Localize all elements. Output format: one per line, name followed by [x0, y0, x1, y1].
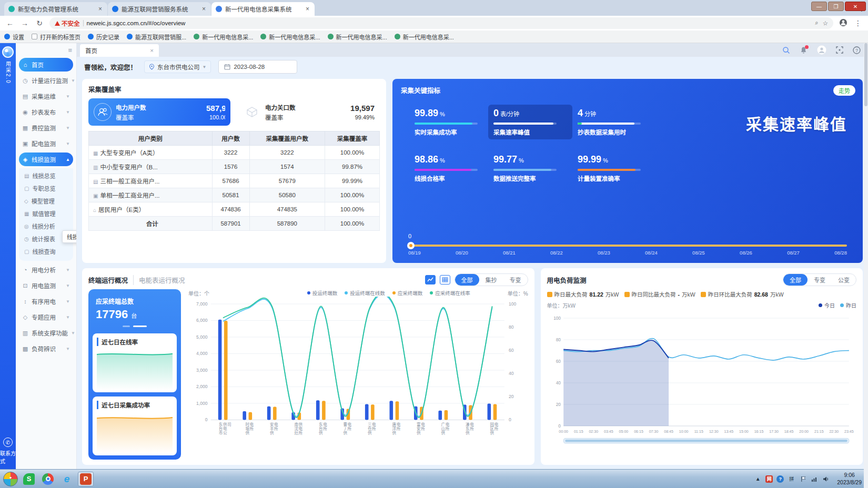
chart-view-button[interactable] — [425, 275, 436, 284]
table-view-button[interactable] — [440, 275, 450, 284]
carousel-dots[interactable] — [96, 326, 174, 327]
sidebar-item-4[interactable]: ◉抄表发布▼ — [19, 105, 73, 119]
browser-profile-icon[interactable] — [839, 18, 848, 28]
load-legend-item-2[interactable]: 昨日 — [840, 301, 856, 309]
browser-menu-icon[interactable]: ⋮ — [853, 19, 863, 27]
bookmark-star-icon[interactable]: ☆ — [823, 19, 828, 27]
bookmark-item-1[interactable]: 设置 — [4, 33, 24, 41]
sidebar-item-label: 专题应用 — [32, 313, 56, 321]
tab-close-icon[interactable]: × — [201, 5, 207, 13]
reload-icon[interactable]: ↻ — [35, 19, 44, 27]
bookmark-item-6[interactable]: 新一代用电信息采... — [260, 33, 320, 41]
svg-text:4,000: 4,000 — [196, 351, 208, 357]
load-filter-1[interactable]: 全部 — [783, 274, 808, 286]
timeline-date-label: 08/28 — [834, 250, 847, 256]
sidebar-item-2[interactable]: ◷计量运行监测▼ — [19, 74, 73, 87]
sidebar-item-11[interactable]: ◇专题应用▼ — [19, 310, 73, 324]
system-icon: ▥ — [22, 330, 28, 337]
browser-tab-1[interactable]: 新型电力负荷管理系统× — [4, 2, 107, 16]
sidebar-collapse-icon[interactable]: ≡ — [68, 46, 72, 54]
sidebar-item-3[interactable]: ▤采集运维▼ — [19, 89, 73, 103]
security-warning-badge[interactable]: 不安全 — [55, 19, 80, 27]
date-picker[interactable]: 2023-08-28 — [218, 60, 297, 74]
terminal-legend-item-1[interactable]: 投运终端数 — [307, 289, 338, 297]
submenu-item-2[interactable]: ▢专职总览 — [19, 182, 73, 195]
submenu-item-4[interactable]: ▦赋值管理 — [19, 207, 73, 220]
network-icon[interactable] — [811, 475, 819, 483]
search-icon[interactable] — [782, 46, 790, 56]
hidden-icons-arrow[interactable]: ▲ — [754, 475, 762, 483]
taskbar-chrome-icon[interactable] — [40, 472, 56, 486]
taskbar-ie-icon[interactable]: e — [59, 472, 75, 486]
fullscreen-icon[interactable] — [836, 46, 843, 56]
tab-meter-overview[interactable]: 电能表运行概况 — [139, 275, 190, 285]
bookmark-item-4[interactable]: 能源互联网营销服... — [127, 33, 186, 41]
tray-help-icon[interactable]: ? — [776, 475, 784, 483]
submenu-item-3[interactable]: ◇模型管理 — [19, 195, 73, 207]
address-input[interactable]: 不安全 neweic.js.sgcc.com.cn/#/oc/overview … — [49, 17, 833, 29]
sidebar-item-12[interactable]: ▥系统支撑功能▼ — [19, 326, 73, 340]
sidebar-item-5[interactable]: ▦费控监测▼ — [19, 121, 73, 135]
taskbar-clock[interactable]: 9:06 2023/8/29 — [834, 472, 865, 486]
zoom-icon[interactable]: ⌕ — [815, 19, 818, 27]
terminal-legend-item-2[interactable]: 投运终端在线数 — [345, 289, 385, 297]
coverage-card-rate-label: 覆盖率 — [265, 113, 346, 121]
sidebar-item-1[interactable]: ⌂首页 — [19, 58, 73, 72]
window-close-button[interactable]: ✕ — [845, 2, 866, 11]
submenu-item-1[interactable]: ▤线损总览 — [19, 169, 73, 182]
bookmark-item-8[interactable]: 新一代用电信息采... — [395, 33, 454, 41]
load-legend-item-1[interactable]: 今日 — [819, 301, 835, 309]
back-icon[interactable]: ← — [5, 19, 15, 27]
timeline-marker[interactable] — [407, 242, 415, 249]
orderly-icon: ↕ — [22, 298, 28, 304]
svg-text:0: 0 — [205, 418, 208, 423]
bookmark-item-3[interactable]: 历史记录 — [88, 33, 119, 41]
tab-close-icon[interactable]: × — [305, 5, 310, 13]
terminal-filter-1[interactable]: 全部 — [455, 274, 479, 286]
flag-icon[interactable] — [799, 475, 807, 483]
stat-icon — [547, 292, 552, 297]
browser-tab-2[interactable]: 能源互联网营销服务系统× — [108, 2, 211, 16]
terminal-filter-2[interactable]: 集抄 — [479, 274, 503, 286]
tray-app-icon-red[interactable]: 网 — [765, 475, 773, 483]
ime-icon[interactable]: 拼 — [788, 475, 795, 483]
tab-close-icon[interactable]: × — [97, 5, 103, 13]
volume-icon[interactable] — [822, 475, 830, 483]
window-maximize-button[interactable]: ❐ — [828, 2, 844, 11]
taskbar-powerpoint-icon[interactable]: P — [78, 472, 94, 486]
load-filter-2[interactable]: 专变 — [808, 274, 832, 286]
sidebar-item-10[interactable]: ↕有序用电▼ — [19, 294, 73, 308]
notification-bell-icon[interactable] — [800, 46, 808, 56]
sidebar-item-7[interactable]: ◈线损监测▲ — [19, 152, 73, 166]
org-selector[interactable]: 东台市供电公司 ▼ — [144, 60, 211, 73]
user-avatar[interactable] — [817, 45, 826, 57]
page-tab-close-icon[interactable]: × — [150, 47, 154, 54]
start-button[interactable] — [3, 472, 18, 486]
sidebar-item-8[interactable]: ◔用电分析▼ — [19, 263, 73, 277]
terminal-legend-item-3[interactable]: 应采终端数 — [392, 289, 423, 297]
taskbar-wps-icon[interactable]: S — [21, 472, 37, 486]
browser-scrollbar[interactable] — [864, 43, 868, 488]
tab-terminal-overview[interactable]: 终端运行概况 — [88, 275, 134, 285]
bookmark-item-5[interactable]: 新一代用电信息采... — [194, 33, 253, 41]
bookmarks-bar: 设置打开新的标签页历史记录能源互联网营销服...新一代用电信息采...新一代用电… — [0, 30, 868, 43]
terminal-filter-3[interactable]: 专变 — [503, 274, 528, 286]
submenu-item-7[interactable]: ▢线损查询 — [19, 245, 73, 258]
help-icon[interactable]: ? — [853, 46, 861, 56]
svg-text:13:45: 13:45 — [724, 430, 733, 434]
indicators-timeline[interactable]: 0 08/1908/2008/2108/2208/2308/2408/2508/… — [408, 245, 847, 256]
load-filter-3[interactable]: 公变 — [832, 274, 856, 286]
contact-widget[interactable]: ✆ 联系方式 — [0, 438, 16, 465]
sidebar-item-13[interactable]: ▩负荷辨识▼ — [19, 342, 73, 355]
sidebar-item-6[interactable]: ▣配电监测▼ — [19, 137, 73, 150]
window-minimize-button[interactable]: — — [811, 2, 827, 11]
svg-text:东台市: 东台市 — [219, 422, 223, 435]
bookmark-item-7[interactable]: 新一代用电信息采... — [328, 33, 387, 41]
bookmark-item-2[interactable]: 打开新的标签页 — [32, 33, 80, 41]
forward-icon[interactable]: → — [20, 19, 29, 27]
trend-button[interactable]: 走势 — [833, 85, 855, 96]
page-tab-home[interactable]: 首页× — [80, 44, 159, 57]
terminal-legend-item-4[interactable]: 应采终端在线率 — [430, 289, 470, 297]
browser-tab-3[interactable]: 新一代用电信息采集系统× — [211, 2, 315, 16]
sidebar-item-9[interactable]: ⊡用电监测▼ — [19, 279, 73, 292]
